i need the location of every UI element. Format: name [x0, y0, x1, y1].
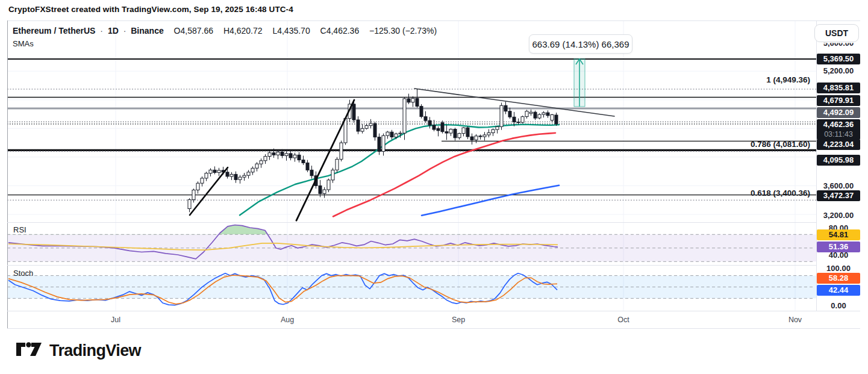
fib-label: 1 (4,949.36) — [766, 75, 810, 84]
symbol-title-row: Ethereum / TetherUS · 1D · Binance O4,58… — [13, 26, 437, 36]
month-label: Aug — [274, 316, 301, 324]
ohlc-open: O4,587.66 — [174, 26, 213, 36]
month-label: Sep — [445, 316, 472, 324]
fib-label: 0.618 (3,400.36) — [751, 189, 810, 198]
price-badge: 4,462.3603:11:43 — [817, 119, 860, 140]
price-measure-callout: 663.69 (14.13%) 66,369 — [529, 34, 632, 54]
currency-toggle-button[interactable]: USDT — [814, 24, 859, 42]
tradingview-wordmark: TradingView — [49, 341, 141, 360]
interval-label[interactable]: 1D — [108, 26, 119, 36]
symbol-name[interactable]: Ethereum / TetherUS — [13, 26, 95, 36]
title-separator: · — [100, 26, 103, 36]
rsi-panel-separator — [7, 222, 816, 223]
tradingview-chart-screenshot: CryptoFXStreet created with TradingView.… — [0, 0, 868, 374]
chart-left-border — [7, 20, 8, 328]
ohlc-change: −125.30 (−2.73%) — [369, 26, 437, 36]
price-badge: 58.28 — [817, 273, 860, 284]
month-label: Jul — [102, 316, 129, 324]
chart-bottom-border — [7, 328, 860, 329]
price-badge: 4,679.91 — [817, 95, 860, 106]
price-tick: 5,200.00 — [817, 66, 860, 75]
fib-label: 0.786 (4,081.60) — [751, 140, 810, 149]
ohlc-high: H4,620.72 — [223, 26, 263, 36]
price-badge: 4,095.98 — [817, 155, 860, 166]
price-badge: 42.44 — [817, 285, 860, 296]
price-tick: 100.00 — [817, 264, 860, 273]
price-badge: 4,223.04 — [817, 139, 860, 150]
stoch-panel-separator — [7, 265, 816, 266]
price-badge: 4,492.09 — [817, 107, 860, 118]
price-badge: 4,835.81 — [817, 83, 860, 93]
exchange-label: Binance — [131, 26, 163, 36]
month-label: Nov — [782, 316, 808, 324]
rsi-panel-label[interactable]: RSI — [13, 225, 27, 234]
price-badge: 5,369.50 — [817, 54, 860, 64]
smas-indicator-label[interactable]: SMAs — [13, 39, 34, 48]
price-badge: 3,472.37 — [817, 190, 860, 201]
tradingview-logo[interactable]: TradingView — [16, 341, 141, 360]
price-badge: 54.81 — [817, 229, 860, 240]
time-axis-separator — [7, 311, 860, 311]
current-price-label: 4,462.36 — [817, 119, 860, 130]
stoch-panel-label[interactable]: Stoch — [13, 269, 33, 278]
ohlc-low: L4,435.70 — [272, 26, 310, 36]
title-separator: · — [123, 26, 126, 36]
chart-top-border — [7, 20, 860, 21]
price-tick: 3,600.00 — [817, 181, 860, 190]
price-badge: 51.36 — [817, 242, 860, 252]
price-tick: 3,200.00 — [817, 211, 860, 220]
tradingview-logo-icon — [16, 341, 42, 360]
month-label: Oct — [610, 316, 637, 324]
ohlc-close: C4,462.36 — [320, 26, 360, 36]
price-tick: 0.00 — [817, 301, 860, 310]
bar-countdown: 03:11:43 — [817, 130, 860, 140]
